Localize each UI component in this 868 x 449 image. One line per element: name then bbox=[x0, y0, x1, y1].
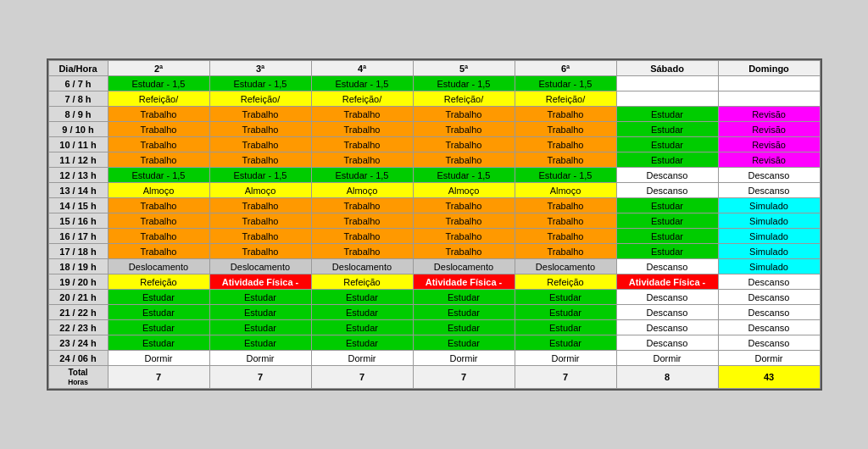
schedule-cell: Trabalho bbox=[209, 198, 311, 213]
total-value: 7 bbox=[413, 366, 515, 389]
table-row: 14 / 15 hTrabalhoTrabalhoTrabalhoTrabalh… bbox=[48, 198, 820, 213]
schedule-cell: Descanso bbox=[718, 183, 820, 198]
schedule-cell: Estudar bbox=[209, 305, 311, 320]
schedule-cell: Refeição bbox=[515, 274, 616, 290]
table-row: 16 / 17 hTrabalhoTrabalhoTrabalhoTrabalh… bbox=[48, 229, 820, 244]
schedule-cell: Trabalho bbox=[108, 229, 209, 244]
schedule-cell: Trabalho bbox=[311, 213, 413, 229]
schedule-cell: Revisão bbox=[718, 152, 820, 168]
schedule-cell: Estudar bbox=[209, 290, 311, 305]
schedule-cell: Descanso bbox=[718, 290, 820, 305]
header-day-4: 5ª bbox=[413, 61, 515, 76]
schedule-cell: Trabalho bbox=[311, 244, 413, 259]
total-value: 7 bbox=[209, 366, 311, 389]
table-row: 10 / 11 hTrabalhoTrabalhoTrabalhoTrabalh… bbox=[48, 137, 820, 152]
schedule-cell: Estudar bbox=[311, 290, 413, 305]
hora-cell: 14 / 15 h bbox=[48, 198, 108, 213]
schedule-cell: Trabalho bbox=[515, 198, 616, 213]
total-row: TotalHoras77777843 bbox=[48, 366, 820, 389]
schedule-cell: Trabalho bbox=[515, 107, 616, 122]
schedule-cell: Refeição/ bbox=[311, 91, 413, 107]
schedule-cell: Trabalho bbox=[108, 152, 209, 168]
hora-cell: 15 / 16 h bbox=[48, 213, 108, 229]
schedule-cell: Estudar - 1,5 bbox=[108, 76, 209, 91]
schedule-cell: Trabalho bbox=[515, 229, 616, 244]
schedule-cell: Descanso bbox=[616, 320, 718, 335]
schedule-cell: Estudar - 1,5 bbox=[108, 168, 209, 183]
schedule-cell: Estudar - 1,5 bbox=[209, 76, 311, 91]
schedule-cell: Estudar - 1,5 bbox=[209, 168, 311, 183]
schedule-cell: Estudar - 1,5 bbox=[311, 76, 413, 91]
table-row: 15 / 16 hTrabalhoTrabalhoTrabalhoTrabalh… bbox=[48, 213, 820, 229]
schedule-cell: Revisão bbox=[718, 122, 820, 137]
schedule-cell: Estudar bbox=[515, 335, 616, 351]
schedule-cell: Estudar - 1,5 bbox=[515, 76, 616, 91]
schedule-cell: Almoço bbox=[108, 183, 209, 198]
table-row: 23 / 24 hEstudarEstudarEstudarEstudarEst… bbox=[48, 335, 820, 351]
header-day-3: 4ª bbox=[311, 61, 413, 76]
table-row: 6 / 7 hEstudar - 1,5Estudar - 1,5Estudar… bbox=[48, 76, 820, 91]
hora-cell: 20 / 21 h bbox=[48, 290, 108, 305]
schedule-cell: Dormir bbox=[515, 351, 616, 366]
schedule-cell: Estudar bbox=[616, 198, 718, 213]
schedule-cell: Trabalho bbox=[413, 137, 515, 152]
hora-cell: 6 / 7 h bbox=[48, 76, 108, 91]
hora-cell: 24 / 06 h bbox=[48, 351, 108, 366]
schedule-cell: Trabalho bbox=[515, 122, 616, 137]
schedule-cell: Descanso bbox=[718, 168, 820, 183]
header-day-5: 6ª bbox=[515, 61, 616, 76]
schedule-cell: Estudar bbox=[515, 320, 616, 335]
total-value: 7 bbox=[311, 366, 413, 389]
hora-cell: 21 / 22 h bbox=[48, 305, 108, 320]
schedule-cell: Trabalho bbox=[413, 107, 515, 122]
schedule-cell: Descanso bbox=[616, 168, 718, 183]
table-header: Dia/Hora2ª3ª4ª5ª6ªSábadoDomingo bbox=[48, 61, 820, 76]
schedule-cell: Dormir bbox=[616, 351, 718, 366]
table-row: 12 / 13 hEstudar - 1,5Estudar - 1,5Estud… bbox=[48, 168, 820, 183]
hora-cell: 9 / 10 h bbox=[48, 122, 108, 137]
hora-cell: 8 / 9 h bbox=[48, 107, 108, 122]
schedule-cell: Deslocamento bbox=[515, 259, 616, 274]
schedule-cell: Trabalho bbox=[311, 152, 413, 168]
table-row: 13 / 14 hAlmoçoAlmoçoAlmoçoAlmoçoAlmoçoD… bbox=[48, 183, 820, 198]
schedule-cell: Trabalho bbox=[108, 213, 209, 229]
table-row: 9 / 10 hTrabalhoTrabalhoTrabalhoTrabalho… bbox=[48, 122, 820, 137]
header-diahora: Dia/Hora bbox=[48, 61, 108, 76]
schedule-cell: Atividade Física - bbox=[413, 274, 515, 290]
schedule-cell: Estudar bbox=[515, 290, 616, 305]
schedule-cell: Descanso bbox=[616, 183, 718, 198]
schedule-cell: Trabalho bbox=[108, 122, 209, 137]
hora-cell: 17 / 18 h bbox=[48, 244, 108, 259]
schedule-cell: Trabalho bbox=[413, 244, 515, 259]
schedule-cell: Estudar bbox=[413, 320, 515, 335]
schedule-cell: Refeição bbox=[311, 274, 413, 290]
schedule-cell: Trabalho bbox=[515, 244, 616, 259]
table-row: 7 / 8 hRefeição/Refeição/Refeição/Refeiç… bbox=[48, 91, 820, 107]
schedule-cell: Dormir bbox=[413, 351, 515, 366]
schedule-cell: Estudar bbox=[515, 305, 616, 320]
schedule-cell: Trabalho bbox=[209, 137, 311, 152]
table-row: 11 / 12 hTrabalhoTrabalhoTrabalhoTrabalh… bbox=[48, 152, 820, 168]
schedule-cell: Atividade Física - bbox=[209, 274, 311, 290]
table-row: 20 / 21 hEstudarEstudarEstudarEstudarEst… bbox=[48, 290, 820, 305]
schedule-cell: Estudar bbox=[616, 229, 718, 244]
schedule-cell: Trabalho bbox=[108, 137, 209, 152]
schedule-cell bbox=[616, 91, 718, 107]
header-day-1: 2ª bbox=[108, 61, 209, 76]
schedule-cell: Estudar bbox=[616, 107, 718, 122]
table-row: 18 / 19 hDeslocamentoDeslocamentoDesloca… bbox=[48, 259, 820, 274]
schedule-cell: Trabalho bbox=[413, 213, 515, 229]
schedule-cell: Deslocamento bbox=[413, 259, 515, 274]
schedule-cell: Trabalho bbox=[413, 229, 515, 244]
schedule-cell: Dormir bbox=[108, 351, 209, 366]
schedule-cell: Descanso bbox=[718, 335, 820, 351]
schedule-cell: Revisão bbox=[718, 137, 820, 152]
hora-cell: 13 / 14 h bbox=[48, 183, 108, 198]
total-label: TotalHoras bbox=[48, 366, 108, 389]
schedule-cell: Descanso bbox=[616, 290, 718, 305]
schedule-cell: Estudar bbox=[616, 244, 718, 259]
schedule-cell: Refeição/ bbox=[209, 91, 311, 107]
total-value: 7 bbox=[515, 366, 616, 389]
schedule-cell: Trabalho bbox=[108, 198, 209, 213]
schedule-cell: Estudar - 1,5 bbox=[413, 168, 515, 183]
